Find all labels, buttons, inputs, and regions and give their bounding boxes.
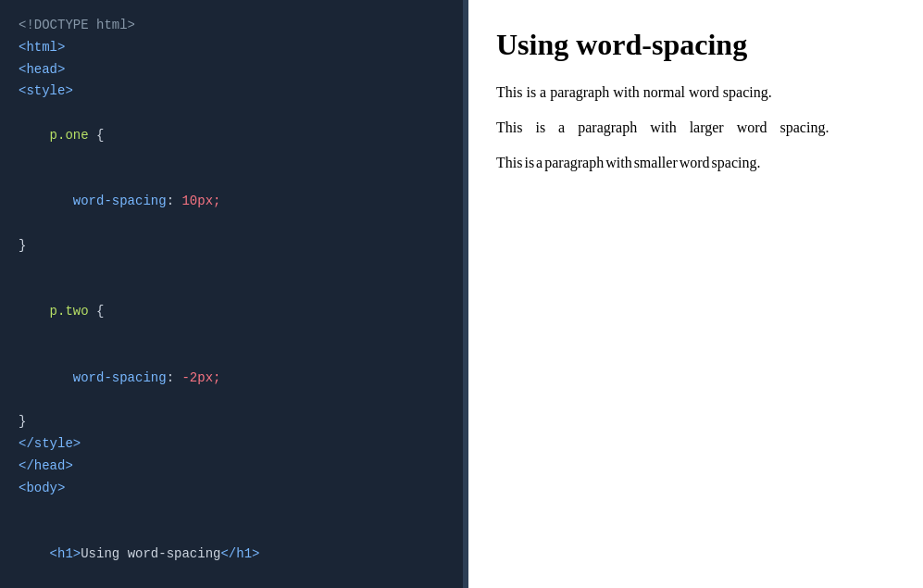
code-line-h1: <h1>Using word-spacing</h1>	[19, 521, 444, 587]
brace-open-2: {	[96, 304, 104, 319]
code-line-brace-close-1: }	[19, 235, 444, 257]
code-line-selector-one: p.one {	[19, 103, 444, 169]
preview-title: Using word-spacing	[496, 28, 895, 62]
tag-h1-close: </h1>	[220, 546, 259, 561]
code-line-empty-1	[19, 257, 444, 280]
code-line-word-spacing-10: word-spacing: 10px;	[19, 169, 444, 235]
selector-p-two: p.two	[50, 304, 96, 319]
code-line-empty-2	[19, 500, 444, 522]
code-editor-panel: <!DOCTYPE html> <html> <head> <style> p.…	[0, 0, 463, 588]
val-neg2px: -2px;	[181, 370, 220, 385]
prop-word-spacing-1: word-spacing	[50, 194, 167, 208]
val-10px: 10px;	[181, 194, 220, 208]
code-line-head-close: </head>	[19, 456, 444, 478]
colon-2: :	[167, 370, 182, 385]
code-line-doctype: <!DOCTYPE html>	[19, 15, 444, 37]
code-line-head-open: <head>	[19, 59, 444, 81]
code-line-brace-close-2: }	[19, 411, 444, 433]
code-line-body-open: <body>	[19, 478, 444, 500]
selector-p-one: p.one	[50, 128, 96, 143]
preview-paragraph-two: This is a paragraph with smaller word sp…	[496, 155, 895, 171]
preview-panel: Using word-spacing This is a paragraph w…	[468, 0, 923, 588]
brace-open-1: {	[96, 128, 104, 143]
h1-text: Using word-spacing	[81, 546, 220, 561]
code-line-word-spacing-neg2: word-spacing: -2px;	[19, 345, 444, 411]
preview-paragraph-one: This is a paragraph with larger word spa…	[496, 119, 895, 136]
preview-paragraph-normal: This is a paragraph with normal word spa…	[496, 84, 895, 101]
colon-1: :	[167, 194, 182, 208]
code-line-html-open: <html>	[19, 37, 444, 59]
code-line-selector-two: p.two {	[19, 280, 444, 345]
tag-h1-open: <h1>	[50, 546, 81, 561]
code-line-style-open: <style>	[19, 81, 444, 103]
code-line-style-close: </style>	[19, 433, 444, 456]
prop-word-spacing-2: word-spacing	[50, 370, 167, 385]
